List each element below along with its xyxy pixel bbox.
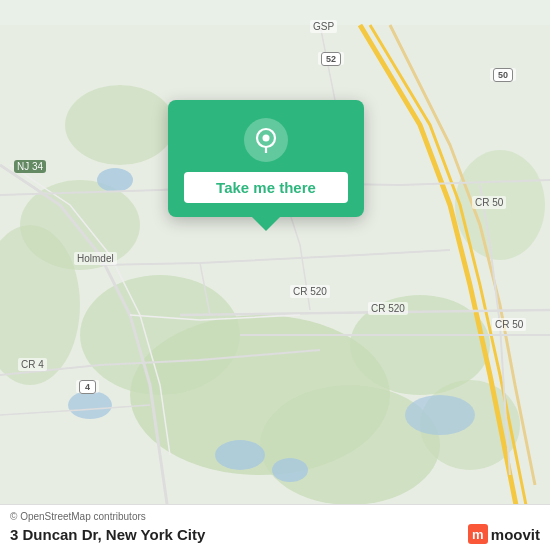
nj34-badge: NJ 34 bbox=[14, 160, 46, 173]
cr50b-label: CR 50 bbox=[492, 318, 526, 331]
svg-point-16 bbox=[263, 135, 270, 142]
svg-point-8 bbox=[65, 85, 175, 165]
svg-point-11 bbox=[215, 440, 265, 470]
holmdel-label: Holmdel bbox=[74, 252, 117, 265]
svg-point-14 bbox=[68, 391, 112, 419]
map-svg bbox=[0, 0, 550, 550]
gsp-label: GSP bbox=[310, 20, 337, 33]
address-row: 3 Duncan Dr, New York City m moovit bbox=[10, 524, 540, 544]
r4-label: 4 bbox=[76, 380, 99, 393]
attribution: © OpenStreetMap contributors bbox=[10, 511, 540, 522]
cr50a-label: CR 50 bbox=[472, 196, 506, 209]
r50-badge: 50 bbox=[490, 68, 516, 81]
svg-point-10 bbox=[97, 168, 133, 192]
popup-card: Take me there bbox=[168, 100, 364, 217]
r52-badge: 52 bbox=[318, 52, 344, 65]
svg-point-12 bbox=[272, 458, 308, 482]
moovit-brand-name: moovit bbox=[491, 526, 540, 543]
map-container: GSP 52 50 NJ 34 CR 50 Holmdel CR 520 CR … bbox=[0, 0, 550, 550]
cr4-label: CR 4 bbox=[18, 358, 47, 371]
moovit-logo: m moovit bbox=[468, 524, 540, 544]
address-text: 3 Duncan Dr, New York City bbox=[10, 526, 205, 543]
cr520b-label: CR 520 bbox=[368, 302, 408, 315]
location-pin-icon bbox=[244, 118, 288, 162]
moovit-m-icon: m bbox=[468, 524, 488, 544]
cr520a-label: CR 520 bbox=[290, 285, 330, 298]
svg-point-13 bbox=[405, 395, 475, 435]
take-me-there-button[interactable]: Take me there bbox=[184, 172, 348, 203]
svg-point-2 bbox=[80, 275, 240, 395]
bottom-bar: © OpenStreetMap contributors 3 Duncan Dr… bbox=[0, 504, 550, 550]
